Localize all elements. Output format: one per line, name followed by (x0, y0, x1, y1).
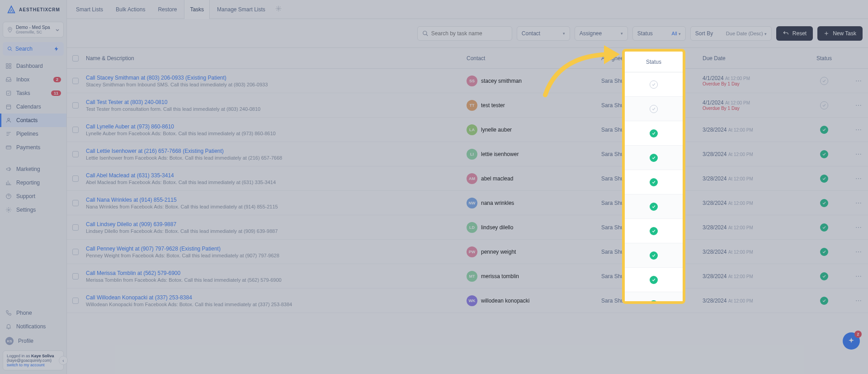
row-checkbox[interactable] (72, 78, 79, 84)
row-menu-button[interactable]: ⋯ (849, 273, 868, 280)
switch-account-link[interactable]: switch to my account (7, 363, 45, 367)
assignee-filter[interactable]: Assignee▾ (575, 26, 628, 41)
bottom-item-notifications[interactable]: Notifications (0, 320, 66, 333)
nav-item-dashboard[interactable]: Dashboard (0, 59, 66, 73)
col-due: Due Date (703, 55, 799, 62)
row-menu-button[interactable]: ⋯ (849, 224, 868, 231)
row-menu-button[interactable]: ⋯ (849, 175, 868, 182)
gear-icon[interactable] (275, 5, 282, 12)
row-checkbox[interactable] (72, 224, 79, 231)
contact-name[interactable]: lettie isenhower (481, 151, 519, 157)
contact-name[interactable]: stacey smithman (481, 78, 522, 84)
tab-bulk-actions[interactable]: Bulk Actions (110, 0, 151, 19)
nav-item-marketing[interactable]: Marketing (0, 162, 66, 176)
task-title-link[interactable]: Call Lindsey Dilello at (909) 639-9887 (86, 221, 467, 227)
reset-button[interactable]: Reset (776, 26, 813, 41)
row-menu-button[interactable]: ⋯ (849, 77, 868, 85)
row-checkbox[interactable] (72, 273, 79, 279)
status-toggle[interactable] (820, 175, 828, 183)
contact-avatar: LA (467, 124, 477, 135)
new-task-button[interactable]: New Task (817, 26, 863, 41)
contact-name[interactable]: willodean konopacki (481, 298, 529, 304)
svg-point-0 (9, 28, 10, 29)
task-title-link[interactable]: Call Lettie Isenhower at (216) 657-7668 … (86, 148, 467, 154)
status-toggle[interactable] (820, 126, 828, 134)
search-label: Search (15, 46, 33, 52)
nav-item-support[interactable]: Support (0, 189, 66, 203)
row-checkbox[interactable] (72, 249, 79, 255)
status-toggle[interactable] (820, 101, 828, 109)
brand-logo[interactable]: AESTHETIXCRM (0, 0, 66, 19)
nav-item-reporting[interactable]: Reporting (0, 176, 66, 189)
marketing-icon (5, 166, 12, 172)
contact-name[interactable]: abel maclead (481, 175, 513, 182)
contact-avatar: WK (467, 295, 477, 306)
row-menu-button[interactable]: ⋯ (849, 297, 868, 304)
row-checkbox[interactable] (72, 175, 79, 182)
contact-filter[interactable]: Contact▾ (517, 26, 570, 41)
nav-item-pipelines[interactable]: Pipelines (0, 127, 66, 141)
task-description: Lettie Isenhower from Facebook Ads: Boto… (86, 155, 467, 161)
select-all-checkbox[interactable] (72, 55, 79, 62)
tab-smart-lists[interactable]: Smart Lists (71, 0, 108, 19)
status-toggle[interactable] (820, 223, 828, 232)
row-menu-button[interactable]: ⋯ (849, 102, 868, 109)
task-title-link[interactable]: Call Stacey Smithman at (803) 206-0933 (… (86, 75, 467, 81)
sidebar-search-button[interactable]: Search (3, 42, 64, 56)
contact-name[interactable]: test tester (481, 102, 505, 109)
task-search-field[interactable] (431, 30, 507, 37)
row-menu-button[interactable]: ⋯ (849, 199, 868, 207)
row-checkbox[interactable] (72, 200, 79, 206)
status-filter[interactable]: Status All ▾ (632, 26, 686, 41)
contact-avatar: NW (467, 198, 477, 208)
status-toggle[interactable] (820, 297, 828, 305)
bottom-item-phone[interactable]: Phone (0, 306, 66, 320)
sidebar: AESTHETIXCRM Demo - Med Spa Greenville, … (0, 0, 67, 374)
task-title-link[interactable]: Call Penney Weight at (907) 797-9628 (Ex… (86, 246, 467, 252)
row-checkbox[interactable] (72, 127, 79, 133)
row-checkbox[interactable] (72, 298, 79, 304)
bottom-item-profile[interactable]: KSProfile (0, 333, 66, 349)
contact-name[interactable]: lindsey dilello (481, 224, 513, 231)
nav-item-settings[interactable]: Settings (0, 203, 66, 217)
task-search-input[interactable] (417, 26, 512, 41)
status-toggle[interactable] (820, 199, 828, 207)
task-title-link[interactable]: Call Willodean Konopacki at (337) 253-83… (86, 294, 467, 301)
nav-item-calendars[interactable]: Calendars (0, 100, 66, 114)
row-menu-button[interactable]: ⋯ (849, 126, 868, 133)
status-toggle[interactable] (820, 272, 828, 280)
contact-name[interactable]: penney weight (481, 249, 516, 255)
sort-by-dropdown[interactable]: Sort By Due Date (Desc) ▾ (690, 26, 772, 41)
task-description: Merissa Tomblin from Facebook Ads: Botox… (86, 277, 467, 283)
task-title-link[interactable]: Call Abel Maclead at (631) 335-3414 (86, 172, 467, 179)
nav-item-contacts[interactable]: Contacts (0, 114, 66, 127)
nav-item-inbox[interactable]: Inbox2 (0, 73, 66, 86)
task-title-link[interactable]: Call Merissa Tomblin at (562) 579-6900 (86, 270, 467, 276)
assignee-name: Sara Shumpert (601, 175, 703, 182)
location-selector[interactable]: Demo - Med Spa Greenville, SC (3, 22, 64, 38)
task-description: Penney Weight from Facebook Ads: Botox. … (86, 253, 467, 258)
nav-item-tasks[interactable]: Tasks11 (0, 86, 66, 100)
collapse-sidebar-button[interactable]: ‹ (59, 356, 68, 365)
status-toggle[interactable] (820, 150, 828, 158)
payments-icon (5, 144, 12, 151)
nav-item-payments[interactable]: Payments (0, 141, 66, 154)
contact-name[interactable]: merissa tomblin (481, 273, 519, 279)
search-icon (422, 30, 429, 37)
status-toggle[interactable] (820, 248, 828, 256)
task-title-link[interactable]: Call Nana Wrinkles at (914) 855-2115 (86, 197, 467, 203)
tab-manage-smart-lists[interactable]: Manage Smart Lists (212, 0, 271, 19)
row-checkbox[interactable] (72, 102, 79, 109)
row-menu-button[interactable]: ⋯ (849, 151, 868, 158)
floating-action-button[interactable]: 2 (843, 332, 860, 350)
contact-name[interactable]: nana wrinkles (481, 200, 514, 206)
task-title-link[interactable]: Call Test Tester at (803) 240-0810 (86, 99, 467, 105)
status-toggle[interactable] (820, 77, 828, 85)
tab-restore[interactable]: Restore (152, 0, 182, 19)
task-title-link[interactable]: Call Lynelle Auber at (973) 860-8610 (86, 123, 467, 130)
row-checkbox[interactable] (72, 151, 79, 157)
plus-icon (824, 31, 829, 36)
row-menu-button[interactable]: ⋯ (849, 248, 868, 256)
contact-name[interactable]: lynelle auber (481, 127, 512, 133)
tab-tasks[interactable]: Tasks (184, 0, 210, 19)
